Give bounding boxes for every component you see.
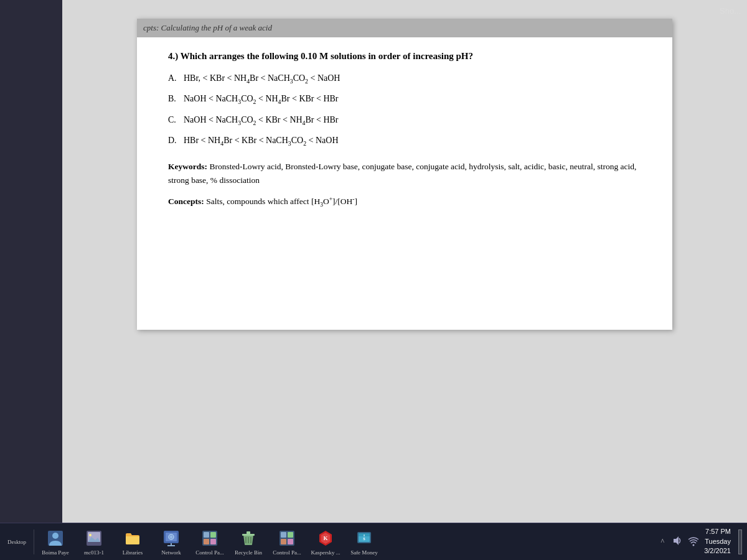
choice-b-text: NaOH < NaCH3CO2 < NH4Br < KBr < HBr	[184, 92, 339, 106]
control-panel-2-label: Control Pa...	[273, 549, 301, 556]
svg-rect-26	[281, 539, 286, 544]
taskbar-item-libraries[interactable]: Libraries	[114, 525, 151, 559]
concepts-label: Concepts:	[168, 197, 204, 206]
expand-tray-button[interactable]: ^	[659, 534, 667, 549]
question-title: 4.) Which arranges the following 0.10 M …	[168, 50, 641, 63]
svg-point-12	[171, 536, 172, 538]
choice-c-text: NaOH < NaCH3CO2 < KBr < NH4Br < HBr	[184, 113, 339, 128]
choice-c-letter: C.	[168, 113, 184, 126]
mc013-label: mc013-1	[84, 549, 104, 556]
taskbar-item-control-panel-1[interactable]: Control Pa...	[191, 525, 228, 559]
taskbar: Desktop Boima Paye mc013-1	[0, 523, 747, 560]
system-clock[interactable]: 7:57 PM Tuesday 3/2/2021	[704, 527, 731, 556]
show-desktop-button[interactable]	[738, 530, 742, 554]
paper-header: cpts: Calculating the pH of a weak acid	[137, 19, 672, 37]
control-panel-icon-2	[277, 528, 297, 548]
svg-text:K: K	[323, 535, 327, 541]
svg-rect-27	[288, 539, 293, 544]
sound-icon[interactable]	[672, 535, 683, 549]
system-tray: ^ 7:57 PM Tuesday 3/2/2021	[654, 523, 747, 560]
taskbar-item-boima-paye[interactable]: Boima Paye	[37, 525, 74, 559]
clock-time: 7:57 PM	[705, 527, 731, 536]
desktop-button[interactable]: Desktop	[2, 525, 31, 559]
network-tray-icon[interactable]	[688, 535, 699, 549]
paper: cpts: Calculating the pH of a weak acid …	[137, 19, 672, 330]
folder-icon	[123, 528, 143, 548]
keywords-text: Bronsted-Lowry acid, Bronsted-Lowry base…	[168, 162, 636, 185]
svg-rect-17	[210, 539, 216, 544]
choice-a-text: HBr, < KBr < NH4Br < NaCH3CO2 < NaOH	[184, 72, 340, 86]
user-icon	[45, 528, 65, 548]
safe-money-label: Safe Money	[350, 549, 378, 556]
network-label: Network	[161, 549, 181, 556]
recycle-bin-icon	[238, 528, 258, 548]
keywords-section: Keywords: Bronsted-Lowry acid, Bronsted-…	[168, 160, 641, 187]
taskbar-item-kaspersky[interactable]: K Kaspersky ...	[307, 525, 344, 559]
taskbar-item-network[interactable]: Network	[153, 525, 190, 559]
control-panel-icon-1	[200, 528, 220, 548]
svg-point-35	[693, 544, 695, 546]
svg-rect-15	[210, 532, 216, 538]
sidebar	[0, 0, 62, 523]
taskbar-item-control-panel-2[interactable]: Control Pa...	[268, 525, 306, 559]
svg-rect-19	[247, 531, 250, 534]
boima-paye-label: Boima Paye	[42, 549, 69, 556]
question-body: Which arranges the following 0.10 M solu…	[181, 51, 473, 61]
question-number: 4.)	[168, 51, 178, 61]
recycle-bin-label: Recycle Bin	[235, 549, 262, 556]
svg-rect-25	[288, 532, 293, 538]
desktop-label: Desktop	[7, 539, 26, 545]
svg-rect-14	[204, 532, 209, 538]
paper-header-text: cpts: Calculating the pH of a weak acid	[143, 23, 272, 33]
svg-text:$: $	[363, 536, 365, 541]
svg-point-5	[89, 534, 92, 536]
concepts-text: Salts, compounds which affect [H3O+]/[OH…	[206, 197, 357, 206]
clock-day: Tuesday	[705, 537, 731, 546]
choice-a: A. HBr, < KBr < NH4Br < NaCH3CO2 < NaOH	[168, 72, 641, 86]
svg-point-1	[52, 533, 59, 539]
choice-c: C. NaOH < NaCH3CO2 < KBr < NH4Br < HBr	[168, 113, 641, 128]
taskbar-item-safe-money[interactable]: $ Safe Money	[345, 525, 383, 559]
choice-d: D. HBr < NH4Br < KBr < NaCH3CO2 < NaOH	[168, 134, 641, 148]
taskbar-item-mc013-1[interactable]: mc013-1	[75, 525, 113, 559]
network-icon	[161, 528, 181, 548]
choice-d-text: HBr < NH4Br < KBr < NaCH3CO2 < NaOH	[184, 134, 339, 148]
taskbar-item-recycle-bin[interactable]: Recycle Bin	[230, 525, 267, 559]
taskbar-separator-1	[34, 530, 34, 554]
svg-rect-24	[281, 532, 286, 538]
safe-money-icon: $	[354, 528, 374, 548]
choice-b-letter: B.	[168, 92, 184, 105]
keywords-label: Keywords:	[168, 162, 207, 171]
question-block: 4.) Which arranges the following 0.10 M …	[168, 50, 641, 209]
libraries-label: Libraries	[123, 549, 143, 556]
document-area: cpts: Calculating the pH of a weak acid …	[62, 0, 747, 523]
svg-marker-34	[674, 536, 679, 545]
control-panel-1-label: Control Pa...	[195, 549, 224, 556]
choice-d-letter: D.	[168, 134, 184, 147]
choice-b: B. NaOH < NaCH3CO2 < NH4Br < KBr < HBr	[168, 92, 641, 106]
choice-a-letter: A.	[168, 72, 184, 85]
image-icon	[84, 528, 104, 548]
kaspersky-icon: K	[316, 528, 336, 548]
clock-date: 3/2/2021	[704, 546, 731, 556]
svg-rect-16	[204, 539, 209, 544]
kaspersky-label: Kaspersky ...	[311, 549, 341, 556]
top-right-label: Sho...	[720, 6, 741, 16]
concepts-section: Concepts: Salts, compounds which affect …	[168, 194, 641, 209]
